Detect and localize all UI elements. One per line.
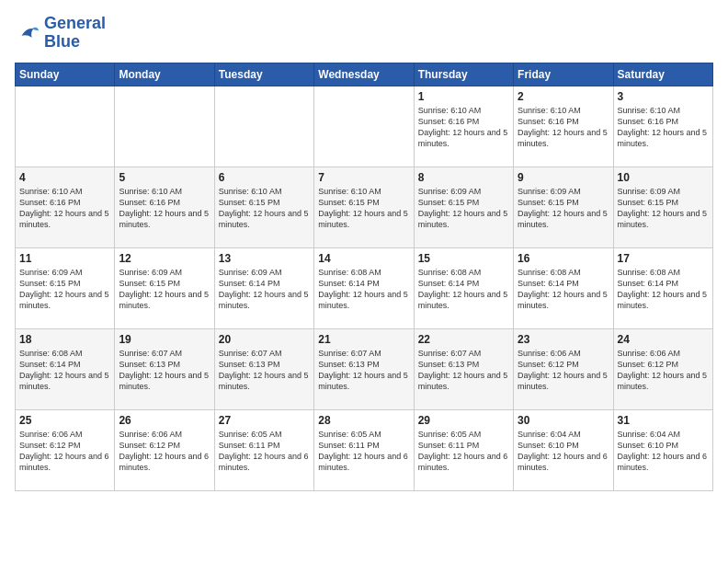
calendar-cell: 15Sunrise: 6:08 AM Sunset: 6:14 PM Dayli… xyxy=(414,247,513,328)
day-number: 12 xyxy=(119,252,210,265)
day-number: 23 xyxy=(518,333,609,346)
day-number: 5 xyxy=(119,171,210,184)
day-info: Sunrise: 6:10 AM Sunset: 6:16 PM Dayligh… xyxy=(418,105,509,150)
col-header-wednesday: Wednesday xyxy=(314,63,414,86)
day-info: Sunrise: 6:09 AM Sunset: 6:14 PM Dayligh… xyxy=(219,267,310,312)
day-info: Sunrise: 6:04 AM Sunset: 6:10 PM Dayligh… xyxy=(618,429,709,474)
day-number: 11 xyxy=(19,252,110,265)
calendar-cell: 31Sunrise: 6:04 AM Sunset: 6:10 PM Dayli… xyxy=(613,409,712,490)
day-info: Sunrise: 6:09 AM Sunset: 6:15 PM Dayligh… xyxy=(119,267,210,312)
calendar-cell: 17Sunrise: 6:08 AM Sunset: 6:14 PM Dayli… xyxy=(613,247,712,328)
col-header-saturday: Saturday xyxy=(613,63,712,86)
day-number: 9 xyxy=(518,171,609,184)
calendar-cell: 14Sunrise: 6:08 AM Sunset: 6:14 PM Dayli… xyxy=(314,247,414,328)
col-header-friday: Friday xyxy=(514,63,613,86)
day-number: 30 xyxy=(518,414,609,427)
day-number: 19 xyxy=(119,333,210,346)
calendar-cell: 13Sunrise: 6:09 AM Sunset: 6:14 PM Dayli… xyxy=(214,247,313,328)
calendar-cell xyxy=(16,86,115,167)
calendar-cell: 16Sunrise: 6:08 AM Sunset: 6:14 PM Dayli… xyxy=(514,247,613,328)
calendar-cell: 3Sunrise: 6:10 AM Sunset: 6:16 PM Daylig… xyxy=(613,86,712,167)
day-info: Sunrise: 6:06 AM Sunset: 6:12 PM Dayligh… xyxy=(119,429,210,474)
calendar-cell: 10Sunrise: 6:09 AM Sunset: 6:15 PM Dayli… xyxy=(613,167,712,247)
day-info: Sunrise: 6:09 AM Sunset: 6:15 PM Dayligh… xyxy=(518,186,609,231)
day-info: Sunrise: 6:08 AM Sunset: 6:14 PM Dayligh… xyxy=(518,267,609,312)
day-info: Sunrise: 6:09 AM Sunset: 6:15 PM Dayligh… xyxy=(19,267,110,312)
calendar-cell: 8Sunrise: 6:09 AM Sunset: 6:15 PM Daylig… xyxy=(414,167,513,247)
col-header-sunday: Sunday xyxy=(16,63,115,86)
day-info: Sunrise: 6:08 AM Sunset: 6:14 PM Dayligh… xyxy=(418,267,509,312)
day-number: 20 xyxy=(219,333,310,346)
day-info: Sunrise: 6:05 AM Sunset: 6:11 PM Dayligh… xyxy=(219,429,310,474)
day-info: Sunrise: 6:09 AM Sunset: 6:15 PM Dayligh… xyxy=(618,186,709,231)
day-number: 15 xyxy=(418,252,509,265)
day-info: Sunrise: 6:10 AM Sunset: 6:16 PM Dayligh… xyxy=(518,105,609,150)
calendar-cell: 29Sunrise: 6:05 AM Sunset: 6:11 PM Dayli… xyxy=(414,409,513,490)
calendar-cell: 22Sunrise: 6:07 AM Sunset: 6:13 PM Dayli… xyxy=(414,328,513,409)
day-number: 17 xyxy=(618,252,709,265)
day-number: 22 xyxy=(418,333,509,346)
day-info: Sunrise: 6:06 AM Sunset: 6:12 PM Dayligh… xyxy=(618,348,709,393)
day-info: Sunrise: 6:05 AM Sunset: 6:11 PM Dayligh… xyxy=(318,429,409,474)
calendar-cell: 6Sunrise: 6:10 AM Sunset: 6:15 PM Daylig… xyxy=(214,167,313,247)
calendar-cell: 21Sunrise: 6:07 AM Sunset: 6:13 PM Dayli… xyxy=(314,328,414,409)
calendar-cell: 30Sunrise: 6:04 AM Sunset: 6:10 PM Dayli… xyxy=(514,409,613,490)
day-info: Sunrise: 6:05 AM Sunset: 6:11 PM Dayligh… xyxy=(418,429,509,474)
day-number: 26 xyxy=(119,414,210,427)
day-number: 28 xyxy=(318,414,409,427)
calendar-cell xyxy=(214,86,313,167)
calendar-cell: 12Sunrise: 6:09 AM Sunset: 6:15 PM Dayli… xyxy=(115,247,214,328)
calendar-cell: 27Sunrise: 6:05 AM Sunset: 6:11 PM Dayli… xyxy=(214,409,313,490)
calendar-table: SundayMondayTuesdayWednesdayThursdayFrid… xyxy=(15,63,713,491)
page-header: General Blue xyxy=(15,15,713,52)
day-number: 24 xyxy=(618,333,709,346)
calendar-cell: 18Sunrise: 6:08 AM Sunset: 6:14 PM Dayli… xyxy=(16,328,115,409)
calendar-cell xyxy=(115,86,214,167)
day-number: 2 xyxy=(518,90,609,103)
calendar-cell: 2Sunrise: 6:10 AM Sunset: 6:16 PM Daylig… xyxy=(514,86,613,167)
day-number: 21 xyxy=(318,333,409,346)
calendar-cell: 23Sunrise: 6:06 AM Sunset: 6:12 PM Dayli… xyxy=(514,328,613,409)
day-number: 1 xyxy=(418,90,509,103)
day-info: Sunrise: 6:06 AM Sunset: 6:12 PM Dayligh… xyxy=(518,348,609,393)
week-row-1: 1Sunrise: 6:10 AM Sunset: 6:16 PM Daylig… xyxy=(16,86,713,167)
day-info: Sunrise: 6:04 AM Sunset: 6:10 PM Dayligh… xyxy=(518,429,609,474)
day-number: 29 xyxy=(418,414,509,427)
day-number: 7 xyxy=(318,171,409,184)
day-info: Sunrise: 6:09 AM Sunset: 6:15 PM Dayligh… xyxy=(418,186,509,231)
day-info: Sunrise: 6:10 AM Sunset: 6:16 PM Dayligh… xyxy=(119,186,210,231)
day-info: Sunrise: 6:07 AM Sunset: 6:13 PM Dayligh… xyxy=(119,348,210,393)
day-number: 3 xyxy=(618,90,709,103)
calendar-cell: 1Sunrise: 6:10 AM Sunset: 6:16 PM Daylig… xyxy=(414,86,513,167)
day-info: Sunrise: 6:10 AM Sunset: 6:16 PM Dayligh… xyxy=(19,186,110,231)
calendar-cell: 7Sunrise: 6:10 AM Sunset: 6:15 PM Daylig… xyxy=(314,167,414,247)
calendar-cell: 28Sunrise: 6:05 AM Sunset: 6:11 PM Dayli… xyxy=(314,409,414,490)
day-info: Sunrise: 6:10 AM Sunset: 6:16 PM Dayligh… xyxy=(618,105,709,150)
week-row-4: 18Sunrise: 6:08 AM Sunset: 6:14 PM Dayli… xyxy=(16,328,713,409)
day-info: Sunrise: 6:08 AM Sunset: 6:14 PM Dayligh… xyxy=(19,348,110,393)
day-number: 14 xyxy=(318,252,409,265)
calendar-cell: 5Sunrise: 6:10 AM Sunset: 6:16 PM Daylig… xyxy=(115,167,214,247)
calendar-cell: 9Sunrise: 6:09 AM Sunset: 6:15 PM Daylig… xyxy=(514,167,613,247)
calendar-cell: 26Sunrise: 6:06 AM Sunset: 6:12 PM Dayli… xyxy=(115,409,214,490)
col-header-thursday: Thursday xyxy=(414,63,513,86)
week-row-3: 11Sunrise: 6:09 AM Sunset: 6:15 PM Dayli… xyxy=(16,247,713,328)
day-info: Sunrise: 6:08 AM Sunset: 6:14 PM Dayligh… xyxy=(318,267,409,312)
day-number: 27 xyxy=(219,414,310,427)
col-header-tuesday: Tuesday xyxy=(214,63,313,86)
day-number: 10 xyxy=(618,171,709,184)
day-info: Sunrise: 6:08 AM Sunset: 6:14 PM Dayligh… xyxy=(618,267,709,312)
logo-icon xyxy=(15,20,40,46)
day-number: 18 xyxy=(19,333,110,346)
day-info: Sunrise: 6:07 AM Sunset: 6:13 PM Dayligh… xyxy=(219,348,310,393)
day-number: 25 xyxy=(19,414,110,427)
logo-text: General Blue xyxy=(44,15,106,52)
calendar-cell: 25Sunrise: 6:06 AM Sunset: 6:12 PM Dayli… xyxy=(16,409,115,490)
calendar-cell: 20Sunrise: 6:07 AM Sunset: 6:13 PM Dayli… xyxy=(214,328,313,409)
logo: General Blue xyxy=(15,15,106,52)
day-info: Sunrise: 6:10 AM Sunset: 6:15 PM Dayligh… xyxy=(318,186,409,231)
day-info: Sunrise: 6:07 AM Sunset: 6:13 PM Dayligh… xyxy=(318,348,409,393)
week-row-5: 25Sunrise: 6:06 AM Sunset: 6:12 PM Dayli… xyxy=(16,409,713,490)
day-number: 4 xyxy=(19,171,110,184)
day-info: Sunrise: 6:10 AM Sunset: 6:15 PM Dayligh… xyxy=(219,186,310,231)
